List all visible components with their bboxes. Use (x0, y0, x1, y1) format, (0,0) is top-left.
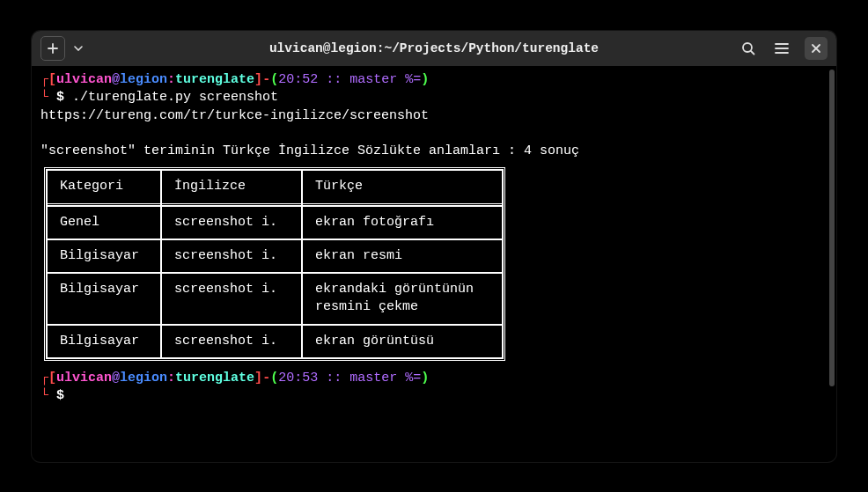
cell-category: Bilgisayar (47, 273, 161, 325)
cell-turkish: ekran fotoğrafı (302, 206, 503, 239)
output-summary: "screenshot" teriminin Türkçe İngilizce … (40, 143, 828, 160)
prompt-dash: - (262, 371, 270, 386)
cell-turkish: ekrandaki görüntünün resmini çekme (302, 273, 503, 325)
cell-turkish: ekran resmi (302, 239, 503, 273)
table-header-row: Kategori İngilizce Türkçe (47, 170, 503, 205)
output-url: https://tureng.com/tr/turkce-ingilizce/s… (40, 107, 828, 125)
bracket-close: ] (254, 371, 262, 386)
prompt-line-1: ┌[ulvican@legion:turenglate]-(20:52 :: m… (40, 71, 828, 89)
table-row: Genel screenshot i. ekran fotoğrafı (47, 206, 503, 239)
prompt-at: @ (112, 371, 120, 386)
prompt-info: 20:52 :: master %= (278, 72, 421, 87)
terminal-body[interactable]: ┌[ulvican@legion:turenglate]-(20:52 :: m… (32, 66, 836, 462)
bracket-close: ] (254, 72, 262, 87)
new-tab-button[interactable] (40, 36, 65, 61)
paren-close: ) (421, 72, 429, 87)
prompt-dash: - (262, 72, 270, 87)
paren-open: ( (270, 72, 278, 87)
cell-english: screenshot i. (161, 206, 302, 239)
search-button[interactable] (738, 38, 759, 59)
titlebar: ulvican@legion:~/Projects/Python/turengl… (32, 31, 836, 66)
command-text: ./turenglate.py screenshot (72, 90, 278, 105)
prompt-corner-bottom: └ (40, 388, 48, 403)
cell-english: screenshot i. (161, 239, 302, 273)
results-table: Kategori İngilizce Türkçe Genel screensh… (44, 167, 505, 361)
paren-close: ) (421, 371, 429, 386)
table-row: Bilgisayar screenshot i. ekrandaki görün… (47, 273, 503, 325)
cell-turkish: ekran görüntüsü (302, 325, 503, 358)
bracket-open: [ (48, 72, 56, 87)
prompt-corner-top: ┌ (40, 371, 48, 386)
prompt-corner-bottom: └ (40, 90, 48, 105)
prompt-user: ulvican (56, 72, 112, 87)
prompt-at: @ (112, 72, 120, 87)
prompt-dollar: $ (56, 90, 64, 105)
prompt-line-2: ┌[ulvican@legion:turenglate]-(20:53 :: m… (40, 370, 828, 387)
scrollbar[interactable] (829, 70, 835, 386)
cell-category: Genel (47, 206, 161, 239)
prompt-user: ulvican (56, 371, 112, 386)
terminal-window: ulvican@legion:~/Projects/Python/turengl… (32, 31, 836, 462)
window-title: ulvican@legion:~/Projects/Python/turengl… (32, 41, 836, 55)
blank-line (40, 125, 828, 143)
prompt-dir: turenglate (175, 72, 254, 87)
close-icon (811, 43, 821, 54)
bracket-open: [ (48, 371, 56, 386)
table-row: Bilgisayar screenshot i. ekran görüntüsü (47, 325, 503, 358)
cell-category: Bilgisayar (47, 239, 161, 273)
hamburger-icon (775, 42, 789, 55)
tab-dropdown-button[interactable] (69, 36, 88, 61)
prompt-info: 20:53 :: master %= (278, 371, 421, 386)
close-button[interactable] (805, 37, 828, 60)
prompt-dir: turenglate (175, 371, 254, 386)
chevron-down-icon (74, 46, 83, 51)
table-row: Bilgisayar screenshot i. ekran resmi (47, 239, 503, 273)
menu-button[interactable] (771, 38, 792, 59)
prompt-host: legion (120, 371, 167, 386)
cell-category: Bilgisayar (47, 325, 161, 358)
header-category: Kategori (47, 170, 161, 205)
cell-english: screenshot i. (161, 273, 302, 325)
paren-open: ( (270, 371, 278, 386)
titlebar-left-controls (40, 36, 88, 61)
cell-english: screenshot i. (161, 325, 302, 358)
plus-icon (47, 42, 59, 55)
command-line-2[interactable]: └ $ (40, 387, 828, 405)
titlebar-right-controls (738, 37, 828, 60)
prompt-host: legion (120, 72, 167, 87)
prompt-colon: : (167, 72, 175, 87)
prompt-colon: : (167, 371, 175, 386)
search-icon (741, 41, 755, 55)
command-line-1: └ $ ./turenglate.py screenshot (40, 89, 828, 106)
prompt-corner-top: ┌ (40, 72, 48, 87)
header-english: İngilizce (161, 170, 302, 205)
header-turkish: Türkçe (302, 170, 503, 205)
prompt-dollar: $ (56, 388, 64, 403)
